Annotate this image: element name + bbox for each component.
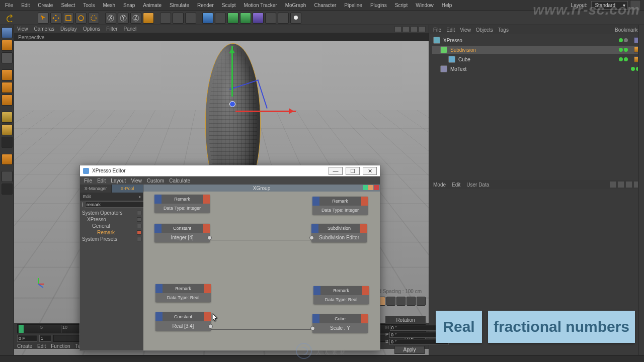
layout-dropdown[interactable]: Standard [591,1,628,10]
vp-menu-display[interactable]: Display [60,26,77,32]
undo-icon[interactable] [2,13,16,24]
object-label[interactable]: MoText [450,66,628,72]
node-output-port[interactable] [361,314,368,323]
menu-file[interactable]: File [3,2,15,9]
texture-mode-icon[interactable] [2,40,13,51]
lock-icon[interactable] [2,184,13,195]
menu-create[interactable]: Create [36,2,55,9]
tree-row[interactable]: MoText [432,65,641,73]
render-queue-icon[interactable] [185,13,196,24]
am-back-icon[interactable] [610,182,616,188]
am-user-data[interactable]: User Data [466,182,489,188]
model-mode-icon[interactable] [2,27,13,38]
menu-motion-tracker[interactable]: Motion Tracker [242,2,279,9]
gizmo-origin[interactable] [229,101,235,107]
gizmo-y-axis[interactable] [231,46,233,97]
menu-window[interactable]: Window [414,2,436,9]
edge-mode-icon[interactable] [2,82,13,93]
x-axis-icon[interactable]: X [105,13,116,24]
menu-script[interactable]: Script [393,2,410,9]
node-remark[interactable]: Remark Data Type: Integer [154,195,210,213]
node-output-port[interactable] [361,197,368,206]
node-output-port[interactable] [204,284,211,293]
tree-toggle-icon[interactable] [137,237,141,241]
xp-menu-custom[interactable]: Custom [147,178,164,184]
node-output-port[interactable] [203,224,210,233]
timeline-current-field[interactable] [39,335,51,342]
node-input-port[interactable] [155,284,163,293]
mm-edit[interactable]: Edit [37,343,46,349]
tree-toggle-icon[interactable] [137,211,141,215]
om-edit[interactable]: Edit [446,27,455,33]
vp-menu-panel[interactable]: Panel [124,26,137,32]
node-input-port[interactable] [311,224,318,233]
add-environment-icon[interactable] [253,13,264,24]
node-input-port[interactable] [312,314,319,323]
xpresso-canvas[interactable]: XGroup Remark Data Type: Integer Constan… [143,185,380,350]
menu-character[interactable]: Character [312,2,338,9]
node-input-port[interactable] [155,312,163,321]
add-light-icon[interactable] [278,13,289,24]
am-fwd-icon[interactable] [626,182,632,188]
timeline-start-field[interactable] [17,335,37,342]
vp-toggle-icon[interactable] [419,26,426,32]
tree-item[interactable]: System Presets [82,236,141,242]
xp-menu-layout[interactable]: Layout [111,178,126,184]
input-port-icon[interactable] [310,326,315,330]
menu-edit[interactable]: Edit [19,2,32,9]
content-browser-tab[interactable] [638,25,644,355]
z-axis-icon[interactable]: Z [130,13,141,24]
vp-menu-options[interactable]: Options [83,26,100,32]
maximize-button[interactable]: ☐ [346,167,360,175]
om-tags[interactable]: Tags [498,27,509,33]
node-output-port[interactable] [204,312,211,321]
node-output-port[interactable] [203,195,210,204]
menu-tools[interactable]: Tools [81,2,97,9]
mm-create[interactable]: Create [17,343,32,349]
minimize-button[interactable]: — [329,167,343,175]
node-constant[interactable]: Constant Integer [4] [154,224,210,242]
tab-x-manager[interactable]: X-Manager [80,185,112,193]
add-cube-icon[interactable] [202,13,213,24]
xpresso-editor-window[interactable]: XPresso Editor — ☐ ✕ File Edit Layout Vi… [79,165,380,351]
xp-menu-view[interactable]: View [131,178,142,184]
xp-menu-edit[interactable]: Edit [97,178,106,184]
xp-menu-file[interactable]: File [84,178,92,184]
output-port-icon[interactable] [207,235,212,240]
menu-render[interactable]: Render [195,2,216,9]
key-param-icon[interactable] [407,297,416,306]
gizmo-x-axis[interactable] [235,111,296,112]
node-input-port[interactable] [313,286,320,295]
input-port-icon[interactable] [309,235,314,240]
node-input-port[interactable] [154,195,162,204]
viewport-solo-icon[interactable] [2,171,13,182]
tree-item[interactable]: XPresso [82,216,141,223]
xpresso-titlebar[interactable]: XPresso Editor — ☐ ✕ [80,165,380,176]
redo-icon[interactable] [18,13,32,24]
workplane-icon[interactable] [2,52,13,63]
xp-menu-calculate[interactable]: Calculate [169,178,190,184]
add-deformer-icon[interactable] [240,13,251,24]
axis-icon[interactable] [2,112,13,123]
tree-row[interactable]: XPresso [432,36,641,44]
vp-menu-filter[interactable]: Filter [106,26,117,32]
menu-animate[interactable]: Animate [141,2,164,9]
om-bookmarks[interactable]: Bookmarks [615,27,640,33]
xg-opt-icon[interactable] [368,185,373,190]
output-port-icon[interactable] [208,324,213,328]
last-tool-icon[interactable] [88,13,99,24]
node-output-port[interactable] [362,286,369,295]
menu-select[interactable]: Select [59,2,77,9]
menu-simulate[interactable]: Simulate [168,2,191,9]
node-remark[interactable]: Remark Data Type: Real [155,284,211,302]
xg-add-icon[interactable] [363,185,368,190]
poly-mode-icon[interactable] [2,95,13,106]
om-file[interactable]: File [433,27,441,33]
xgroup-header[interactable]: XGroup [143,185,380,192]
key-pla-icon[interactable] [417,297,426,306]
coord-system-icon[interactable] [143,13,154,24]
tree-toggle-icon[interactable] [137,224,141,228]
scale-tool-icon[interactable] [63,13,74,24]
tree-toggle-icon[interactable] [137,230,141,235]
rotate-tool-icon[interactable] [75,13,87,24]
